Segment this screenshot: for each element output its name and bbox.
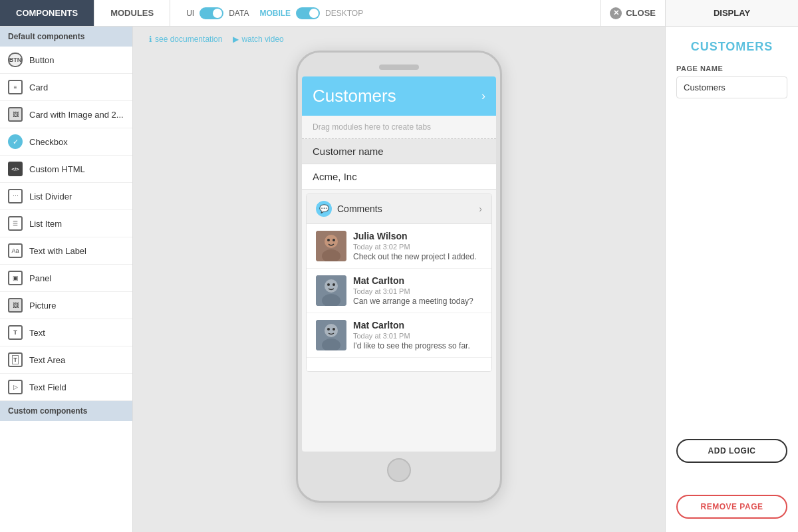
sidebar-item-label-custom-html: Custom HTML [29, 164, 85, 174]
phone-notch [379, 65, 419, 70]
comment-name-1: Julia Wilson [353, 231, 482, 241]
sidebar-item-panel[interactable]: ▣ Panel [0, 265, 132, 292]
sidebar-item-label-checkbox: Checkbox [29, 137, 68, 147]
comments-icon: 💬 [316, 201, 332, 217]
top-bar: COMPONENTS MODULES UI DATA MOBILE DESKTO… [0, 0, 798, 27]
sidebar-item-text-area[interactable]: T Text Area [0, 346, 132, 374]
video-link[interactable]: ▶ watch video [233, 35, 283, 44]
comment-item-1[interactable]: Julia Wilson Today at 3:02 PM Check out … [307, 224, 491, 269]
sidebar-item-text[interactable]: T Text [0, 319, 132, 346]
mobile-toggle[interactable] [296, 7, 320, 19]
sidebar-item-label-panel: Panel [29, 273, 51, 283]
comment-text-1: Check out the new project I added. [353, 252, 482, 261]
svg-point-14 [332, 328, 335, 331]
canvas-area: ℹ see documentation ▶ watch video Custom… [133, 27, 665, 532]
text-field-icon: ▷ [8, 380, 23, 394]
sidebar-item-list-divider[interactable]: ⋯ List Divider [0, 183, 132, 210]
panel-title: CUSTOMERS [676, 40, 787, 54]
add-logic-button[interactable]: ADD LOGIC [676, 439, 787, 463]
sidebar-item-card-image[interactable]: 🖼 Card with Image and 2... [0, 101, 132, 128]
sidebar-item-label-list-item: List Item [29, 219, 62, 229]
customer-name-header: Customer name [302, 139, 496, 164]
sidebar-item-label-picture: Picture [29, 301, 56, 311]
desktop-label: DESKTOP [325, 9, 363, 18]
sidebar-item-label-button: Button [29, 55, 55, 65]
sidebar-item-label-text: Text [29, 328, 45, 338]
play-icon: ▶ [233, 35, 239, 44]
comment-name-3: Mat Carlton [353, 320, 482, 331]
sidebar-item-checkbox[interactable]: ✓ Checkbox [0, 128, 132, 156]
sidebar-item-text-field[interactable]: ▷ Text Field [0, 374, 132, 401]
comment-item-2[interactable]: Mat Carlton Today at 3:01 PM Can we arra… [307, 269, 491, 313]
comments-card: 💬 Comments › [306, 194, 492, 372]
text-icon: T [8, 325, 23, 340]
text-with-label-icon: Aa [8, 243, 23, 258]
page-name-input[interactable] [676, 76, 787, 98]
sidebar-item-button[interactable]: BTN Button [0, 47, 132, 74]
close-label: CLOSE [626, 8, 656, 18]
ui-toggle[interactable] [200, 7, 223, 19]
main-layout: Default components BTN Button ≡ Card 🖼 C… [0, 27, 798, 532]
close-button[interactable]: ✕ CLOSE [600, 0, 665, 26]
comment-text-3: I'd like to see the progress so far. [353, 341, 482, 350]
page-name-field-group: PAGE NAME [676, 65, 787, 98]
tabs-drop-zone: Drag modules here to create tabs [302, 116, 496, 139]
svg-point-6 [325, 279, 338, 293]
tab-modules[interactable]: MODULES [94, 0, 170, 26]
tab-components[interactable]: COMPONENTS [0, 0, 94, 26]
avatar-julia [316, 231, 346, 261]
panel-icon: ▣ [8, 271, 23, 285]
list-divider-icon: ⋯ [8, 189, 23, 203]
sidebar-item-custom-html[interactable]: </> Custom HTML [0, 156, 132, 183]
picture-icon: 🖼 [8, 298, 23, 313]
list-item-icon: ☰ [8, 216, 23, 231]
svg-point-8 [327, 283, 330, 286]
avatar-mat-2 [316, 320, 346, 350]
button-icon: BTN [8, 53, 23, 67]
text-area-icon: T [8, 352, 23, 367]
sidebar-item-label-text-area: Text Area [29, 355, 65, 365]
phone-home-button[interactable] [387, 458, 411, 482]
toggle-knob-2 [309, 9, 319, 18]
avatar-face-2 [316, 275, 346, 306]
comment-body-2: Mat Carlton Today at 3:01 PM Can we arra… [353, 275, 482, 306]
sidebar-section-custom: Custom components [0, 401, 132, 421]
data-label: DATA [229, 9, 249, 18]
sidebar-section-default: Default components [0, 27, 132, 47]
sidebar-item-text-with-label[interactable]: Aa Text with Label [0, 237, 132, 265]
svg-point-4 [332, 239, 335, 241]
top-bar-center: UI DATA MOBILE DESKTOP [170, 7, 600, 19]
customer-name-value: Acme, Inc [302, 164, 496, 190]
comment-item-3[interactable]: Mat Carlton Today at 3:01 PM I'd like to… [307, 313, 491, 358]
svg-point-1 [325, 235, 338, 248]
avatar-face-3 [316, 320, 346, 350]
sidebar-item-label-text-with-label: Text with Label [29, 246, 86, 256]
remove-page-button[interactable]: REMOVE PAGE [676, 495, 787, 519]
custom-html-icon: </> [8, 162, 23, 176]
comment-body-3: Mat Carlton Today at 3:01 PM I'd like to… [353, 320, 482, 350]
checkbox-icon: ✓ [8, 134, 23, 149]
app-title: Customers [313, 86, 396, 106]
ui-label: UI [186, 9, 194, 18]
sidebar-item-label-card-image: Card with Image and 2... [29, 110, 124, 120]
comments-footer [307, 358, 491, 371]
sidebar-item-picture[interactable]: 🖼 Picture [0, 292, 132, 319]
canvas-toolbar: ℹ see documentation ▶ watch video [133, 35, 665, 51]
svg-point-11 [325, 324, 338, 337]
toggle-knob [213, 9, 222, 18]
svg-point-13 [327, 328, 330, 331]
sidebar-item-label-card: Card [29, 82, 48, 92]
sidebar-item-card[interactable]: ≡ Card [0, 74, 132, 101]
doc-link[interactable]: ℹ see documentation [149, 35, 222, 44]
sidebar-item-list-item[interactable]: ☰ List Item [0, 210, 132, 237]
spacer [676, 109, 787, 428]
sidebar-item-label-list-divider: List Divider [29, 192, 72, 201]
comment-time-2: Today at 3:01 PM [353, 287, 482, 295]
comment-name-2: Mat Carlton [353, 275, 482, 286]
comments-header[interactable]: 💬 Comments › [307, 194, 491, 224]
comment-text-2: Can we arrange a meeting today? [353, 297, 482, 306]
ui-toggle-group: UI DATA [186, 7, 249, 19]
app-header[interactable]: Customers › [302, 76, 496, 116]
svg-point-3 [327, 239, 330, 241]
mobile-toggle-group: MOBILE DESKTOP [259, 7, 363, 19]
